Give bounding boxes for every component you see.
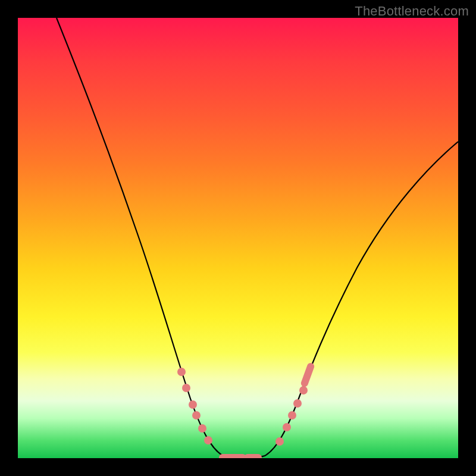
marker-dot (283, 423, 291, 431)
marker-dot (293, 399, 302, 408)
watermark-text: TheBottleneck.com (355, 4, 469, 19)
marker-pill (300, 362, 315, 388)
plot-frame (18, 18, 458, 458)
marker-dot (182, 384, 190, 392)
marker-dot (204, 436, 212, 444)
marker-dot (177, 368, 186, 376)
marker-dot (198, 424, 206, 433)
marker-dot (275, 437, 284, 446)
bottleneck-curve (57, 18, 458, 458)
bottleneck-chart (18, 18, 458, 458)
marker-dot (192, 411, 201, 419)
marker-dot (288, 411, 296, 419)
marker-dot (299, 386, 308, 394)
marker-pill (244, 454, 262, 458)
marker-dot (189, 400, 197, 409)
marker-pill (219, 454, 246, 458)
